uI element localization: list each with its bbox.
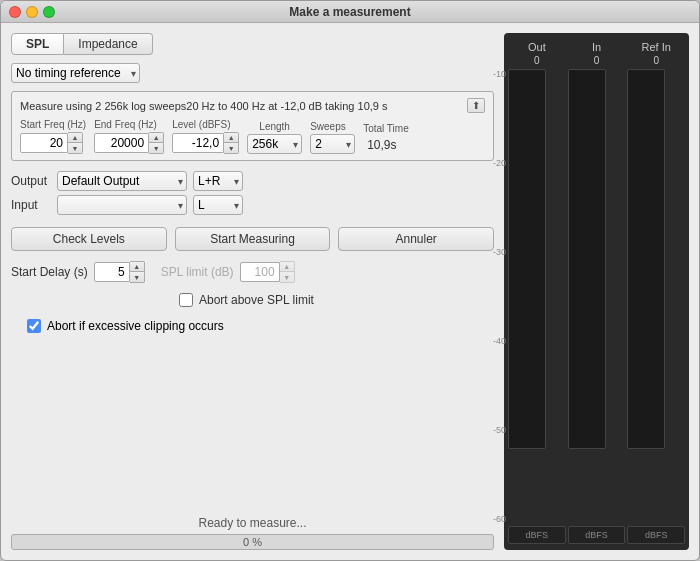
tab-spl[interactable]: SPL — [11, 33, 64, 55]
minimize-button[interactable] — [26, 6, 38, 18]
end-freq-up[interactable]: ▲ — [149, 133, 163, 143]
meter-in-unit: dBFS — [585, 530, 608, 540]
end-freq-group: End Freq (Hz) ▲ ▼ — [94, 119, 164, 154]
spl-limit-label: SPL limit (dB) — [161, 265, 234, 279]
tab-impedance[interactable]: Impedance — [64, 33, 152, 55]
measure-box: Measure using 2 256k log sweeps20 Hz to … — [11, 91, 494, 161]
close-button[interactable] — [9, 6, 21, 18]
spl-limit-down[interactable]: ▼ — [280, 272, 294, 282]
meter-ref-in-unit: dBFS — [645, 530, 668, 540]
meter-out-bar — [508, 69, 546, 449]
start-freq-arrows[interactable]: ▲ ▼ — [68, 132, 83, 154]
start-freq-up[interactable]: ▲ — [68, 133, 82, 143]
sweeps-wrapper[interactable]: 1 2 4 8 — [310, 134, 355, 154]
level-group: Level (dBFS) ▲ ▼ — [172, 119, 239, 154]
start-delay-field[interactable] — [94, 262, 130, 282]
level-down[interactable]: ▼ — [224, 143, 238, 153]
spl-limit-input[interactable]: ▲ ▼ — [240, 261, 295, 283]
output-device-wrapper[interactable]: Default Output — [57, 171, 187, 191]
abort-clipping-row: Abort if excessive clipping occurs — [27, 319, 494, 333]
action-buttons: Check Levels Start Measuring Annuler — [11, 227, 494, 251]
input-channel-select[interactable]: L R L+R — [193, 195, 243, 215]
annuler-button[interactable]: Annuler — [338, 227, 494, 251]
meter-in-bottom: dBFS — [568, 526, 626, 544]
level-field[interactable] — [172, 133, 224, 153]
input-label: Input — [11, 198, 51, 212]
start-delay-arrows[interactable]: ▲ ▼ — [130, 261, 145, 283]
end-freq-down[interactable]: ▼ — [149, 143, 163, 153]
maximize-button[interactable] — [43, 6, 55, 18]
meter-ref-in-bottom: dBFS — [627, 526, 685, 544]
meter-ref-in-label: Ref In — [642, 41, 671, 53]
meter-ref-in-bar-wrapper — [627, 69, 685, 524]
abort-spl-row: Abort above SPL limit — [179, 293, 494, 307]
meter-in: In 0 dBFS — [568, 41, 626, 544]
spl-limit-arrows[interactable]: ▲ ▼ — [280, 261, 295, 283]
start-delay-label: Start Delay (s) — [11, 265, 88, 279]
measure-box-title: Measure using 2 256k log sweeps20 Hz to … — [20, 100, 388, 112]
measure-box-header: Measure using 2 256k log sweeps20 Hz to … — [20, 98, 485, 113]
spl-limit-up[interactable]: ▲ — [280, 262, 294, 272]
timing-reference-row: No timing reference — [11, 63, 494, 83]
progress-wrapper: 0 % — [11, 534, 494, 550]
input-device-wrapper[interactable] — [57, 195, 187, 215]
output-channel-select[interactable]: L+R L R — [193, 171, 243, 191]
sweeps-group: Sweeps 1 2 4 8 — [310, 121, 355, 154]
meter-in-label: In — [592, 41, 601, 53]
output-channel-wrapper[interactable]: L+R L R — [193, 171, 243, 191]
output-device-select[interactable]: Default Output — [57, 171, 187, 191]
level-up[interactable]: ▲ — [224, 133, 238, 143]
delay-group: Start Delay (s) ▲ ▼ — [11, 261, 145, 283]
start-freq-input[interactable]: ▲ ▼ — [20, 132, 86, 154]
total-time-value: 10,9s — [363, 136, 409, 154]
start-measuring-button[interactable]: Start Measuring — [175, 227, 331, 251]
main-window: Make a measurement SPL Impedance No timi… — [0, 0, 700, 561]
title-bar: Make a measurement — [1, 1, 699, 23]
end-freq-input[interactable]: ▲ ▼ — [94, 132, 164, 154]
timing-reference-wrapper[interactable]: No timing reference — [11, 63, 140, 83]
end-freq-field[interactable] — [94, 133, 149, 153]
meter-ref-in-bar — [627, 69, 665, 449]
tick-3: -30 — [484, 247, 506, 257]
length-label: Length — [259, 121, 290, 132]
right-panel: Out 0 -10 -20 -30 -40 -50 -60 — [504, 33, 689, 550]
level-input[interactable]: ▲ ▼ — [172, 132, 239, 154]
start-delay-input[interactable]: ▲ ▼ — [94, 261, 145, 283]
spl-group: SPL limit (dB) ▲ ▼ — [161, 261, 295, 283]
end-freq-label: End Freq (Hz) — [94, 119, 164, 130]
window-title: Make a measurement — [289, 5, 410, 19]
check-levels-button[interactable]: Check Levels — [11, 227, 167, 251]
options-row: Start Delay (s) ▲ ▼ SPL limit (dB) — [11, 261, 494, 283]
status-text: Ready to measure... — [11, 516, 494, 530]
meter-out-value: 0 — [534, 55, 540, 66]
meter-in-bar-wrapper — [568, 69, 626, 524]
abort-clipping-checkbox[interactable] — [27, 319, 41, 333]
meter-ref-in-value: 0 — [653, 55, 659, 66]
end-freq-arrows[interactable]: ▲ ▼ — [149, 132, 164, 154]
meter-out-label: Out — [528, 41, 546, 53]
meter-out: Out 0 -10 -20 -30 -40 -50 -60 — [508, 41, 566, 544]
length-wrapper[interactable]: 256k 128k 512k — [247, 134, 302, 154]
sweeps-select[interactable]: 1 2 4 8 — [310, 134, 355, 154]
start-freq-field[interactable] — [20, 133, 68, 153]
collapse-button[interactable]: ⬆ — [467, 98, 485, 113]
traffic-lights — [9, 6, 55, 18]
spl-limit-field[interactable] — [240, 262, 280, 282]
output-row: Output Default Output L+R L R — [11, 171, 494, 191]
start-delay-down[interactable]: ▼ — [130, 272, 144, 282]
tick-5: -50 — [484, 425, 506, 435]
abort-spl-checkbox[interactable] — [179, 293, 193, 307]
total-time-label: Total Time — [363, 123, 409, 134]
output-label: Output — [11, 174, 51, 188]
level-arrows[interactable]: ▲ ▼ — [224, 132, 239, 154]
meter-in-bar — [568, 69, 606, 449]
status-area: Ready to measure... 0 % — [11, 516, 494, 550]
meter-out-bottom: dBFS — [508, 526, 566, 544]
start-freq-down[interactable]: ▼ — [68, 143, 82, 153]
input-channel-wrapper[interactable]: L R L+R — [193, 195, 243, 215]
input-device-select[interactable] — [57, 195, 187, 215]
start-delay-up[interactable]: ▲ — [130, 262, 144, 272]
length-select[interactable]: 256k 128k 512k — [247, 134, 302, 154]
tick-1: -10 — [484, 69, 506, 79]
timing-reference-select[interactable]: No timing reference — [11, 63, 140, 83]
